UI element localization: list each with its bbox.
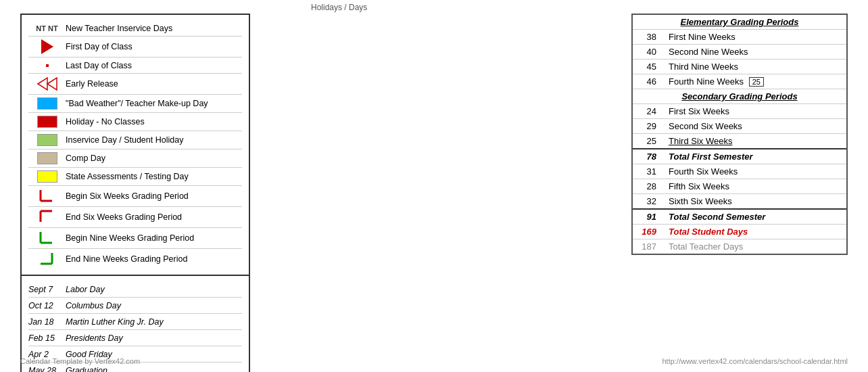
legend-text-begin-six: Begin Six Weeks Grading Period (66, 191, 242, 201)
legend-text-end-six: End Six Weeks Grading Period (66, 212, 242, 222)
legend-text-inservice: Inservice Day / Student Holiday (66, 135, 242, 145)
sec-num-s2-2: 32 (633, 194, 663, 210)
sec-label-s1-1: Second Six Weeks (663, 119, 846, 134)
legend-text-begin-nine: Begin Nine Weeks Grading Period (66, 233, 242, 243)
holiday-date-3: Feb 15 (28, 333, 66, 343)
total-teacher-label: Total Teacher Days (663, 239, 846, 254)
red-swatch (37, 116, 57, 128)
nt-symbol: NT NT (28, 24, 66, 32)
holiday-labor-day: Sept 7 Labor Day (28, 281, 242, 298)
elem-num-0: 38 (633, 30, 663, 45)
legend-row-inservice: Inservice Day / Student Holiday (28, 131, 242, 149)
spacer (277, 14, 604, 358)
elem-label-1: Second Nine Weeks (663, 45, 846, 60)
legend-row-end-nine: End Nine Weeks Grading Period (28, 249, 242, 269)
holiday-mlk-day: Jan 18 Martin Luther King Jr. Day (28, 314, 242, 330)
total-student-row: 169 Total Student Days (633, 225, 846, 239)
legend-text-testing: State Assessments / Testing Day (66, 172, 242, 181)
page-container: NT NT New Teacher Inservice Days First D… (0, 0, 868, 372)
holiday-name-3: Presidents Day (66, 333, 123, 343)
holiday-name-5: Graduation (66, 366, 107, 372)
total-s2-row: 91 Total Second Semester (633, 209, 846, 225)
legend-row-first-day: First Day of Class (28, 37, 242, 57)
total-s1-num: 78 (633, 149, 663, 164)
secondary-header-cell: Secondary Grading Periods (633, 89, 846, 104)
end-six-symbol (28, 210, 66, 225)
badge-25: 25 (749, 77, 764, 87)
yellow-swatch (37, 170, 57, 183)
sec-num-s2-1: 28 (633, 179, 663, 194)
legend-row-testing: State Assessments / Testing Day (28, 168, 242, 186)
green-swatch (37, 134, 57, 146)
begin-nine-icon (37, 231, 57, 246)
legend-text-holiday: Holiday - No Classes (66, 117, 242, 126)
svg-marker-0 (38, 78, 47, 90)
total-s1-label: Total First Semester (663, 149, 846, 164)
begin-six-icon (37, 189, 57, 204)
legend-text-first-day: First Day of Class (66, 42, 242, 51)
legend-box: NT NT New Teacher Inservice Days First D… (20, 14, 250, 276)
secondary-header-row: Secondary Grading Periods (633, 89, 846, 104)
sec-label-s1-2: Third Six Weeks (663, 134, 846, 149)
legend-text-nt: New Teacher Inservice Days (66, 24, 242, 33)
end-nine-symbol (28, 252, 66, 266)
secondary-row-s1-1: 29 Second Six Weeks (633, 119, 846, 134)
testing-symbol (28, 170, 66, 183)
secondary-row-s1-0: 24 First Six Weeks (633, 104, 846, 119)
early-release-icon (37, 76, 58, 91)
last-day-symbol (28, 64, 66, 67)
legend-row-last-day: Last Day of Class (28, 57, 242, 74)
footer-left: Calendar Template by Vertex42.com (20, 357, 140, 365)
holiday-name-0: Labor Day (66, 285, 105, 294)
sec-label-s1-0: First Six Weeks (663, 104, 846, 119)
legend-row-bad-weather: "Bad Weather"/ Teacher Make-up Day (28, 95, 242, 113)
tan-swatch (37, 152, 57, 164)
holiday-presidents-day: Feb 15 Presidents Day (28, 330, 242, 346)
elem-num-2: 45 (633, 60, 663, 74)
holiday-columbus-day: Oct 12 Columbus Day (28, 298, 242, 314)
svg-marker-1 (47, 78, 57, 90)
bad-weather-symbol (28, 97, 66, 110)
legend-row-holiday: Holiday - No Classes (28, 113, 242, 131)
holiday-name-2: Martin Luther King Jr. Day (66, 317, 164, 327)
legend-text-early-release: Early Release (66, 79, 242, 89)
elem-num-3: 46 (633, 74, 663, 89)
elem-num-1: 40 (633, 45, 663, 60)
total-s2-label: Total Second Semester (663, 209, 846, 225)
end-six-icon (37, 210, 57, 225)
elementary-row-0: 38 First Nine Weeks (633, 30, 846, 45)
sec-label-s2-2: Sixth Six Weeks (663, 194, 846, 210)
legend-row-comp: Comp Day (28, 149, 242, 168)
sec-num-s2-0: 31 (633, 164, 663, 179)
end-nine-icon (37, 252, 57, 266)
holiday-date-5: May 28 (28, 366, 66, 372)
right-panel: Elementary Grading Periods 38 First Nine… (631, 14, 848, 255)
total-s1-row: 78 Total First Semester (633, 149, 846, 164)
sec-num-s1-0: 24 (633, 104, 663, 119)
legend-row-begin-nine: Begin Nine Weeks Grading Period (28, 228, 242, 249)
partial-header: Holidays / Days (311, 0, 367, 15)
elem-label-0: First Nine Weeks (663, 30, 846, 45)
elem-label-3: Fourth Nine Weeks 25 (663, 74, 846, 89)
footer-right: http://www.vertex42.com/calendars/school… (662, 357, 848, 365)
comp-symbol (28, 152, 66, 164)
legend-text-comp: Comp Day (66, 154, 242, 163)
legend-text-end-nine: End Nine Weeks Grading Period (66, 254, 242, 264)
footer: Calendar Template by Vertex42.com http:/… (0, 357, 868, 365)
secondary-row-s2-1: 28 Fifth Six Weeks (633, 179, 846, 194)
legend-row-begin-six: Begin Six Weeks Grading Period (28, 186, 242, 207)
total-teacher-num: 187 (633, 239, 663, 254)
elementary-row-2: 45 Third Nine Weeks (633, 60, 846, 74)
inservice-symbol (28, 134, 66, 146)
early-release-symbol (28, 76, 66, 91)
total-teacher-row: 187 Total Teacher Days (633, 239, 846, 254)
begin-six-symbol (28, 189, 66, 204)
left-panel: NT NT New Teacher Inservice Days First D… (20, 14, 250, 358)
secondary-row-s2-2: 32 Sixth Six Weeks (633, 194, 846, 210)
holiday-date-2: Jan 18 (28, 317, 66, 327)
grading-table: Elementary Grading Periods 38 First Nine… (633, 15, 846, 254)
total-student-label: Total Student Days (663, 225, 846, 239)
first-day-symbol (28, 39, 66, 54)
legend-row-nt: NT NT New Teacher Inservice Days (28, 20, 242, 37)
holiday-date-0: Sept 7 (28, 285, 66, 294)
